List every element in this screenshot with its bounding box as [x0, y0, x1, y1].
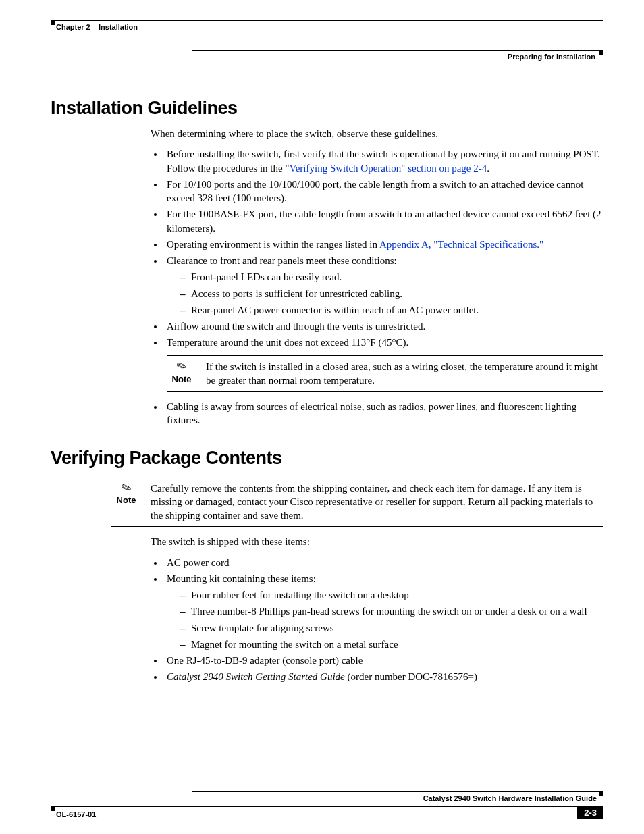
- header-section-right: Preparing for Installation: [192, 53, 595, 61]
- header-rule-top: [51, 20, 603, 21]
- chapter-line: Chapter 2 Installation: [56, 23, 603, 31]
- list-item: For the 100BASE-FX port, the cable lengt…: [164, 207, 603, 235]
- list-item: Mounting kit containing these items: Fou…: [164, 572, 603, 651]
- verify-sublist-mounting-kit: Four rubber feet for installing the swit…: [180, 588, 603, 651]
- list-item: Catalyst 2940 Switch Getting Started Gui…: [164, 670, 603, 683]
- guidelines-sublist-clearance: Front-panel LEDs can be easily read. Acc…: [180, 270, 603, 317]
- list-item: Airflow around the switch and through th…: [164, 319, 603, 333]
- text: Operating environment is within the rang…: [167, 239, 379, 250]
- link-appendix-a[interactable]: Appendix A, "Technical Specifications.": [379, 239, 543, 250]
- list-item: Access to ports is sufficient for unrest…: [180, 287, 603, 301]
- header-rule-sub: [192, 50, 603, 51]
- text: Mounting kit containing these items:: [167, 573, 316, 584]
- list-item: Three number-8 Phillips pan-head screws …: [180, 604, 603, 618]
- note-text: Carefully remove the contents from the s…: [151, 481, 603, 523]
- chapter-label: Chapter 2: [56, 23, 90, 31]
- list-item: Before installing the switch, first veri…: [164, 147, 603, 175]
- text: Temperature around the unit does not exc…: [167, 337, 408, 348]
- list-item: Front-panel LEDs can be easily read.: [180, 270, 603, 284]
- chapter-title: Installation: [99, 23, 138, 31]
- list-item: Magnet for mounting the switch on a meta…: [180, 637, 603, 651]
- list-item: AC power cord: [164, 556, 603, 569]
- list-item: Four rubber feet for installing the swit…: [180, 588, 603, 602]
- page-footer: Catalyst 2940 Switch Hardware Installati…: [51, 791, 603, 819]
- footer-doc-id: OL-6157-01: [56, 810, 96, 818]
- page-number-badge: 2-3: [577, 806, 603, 819]
- heading-installation-guidelines: Installation Guidelines: [51, 98, 603, 119]
- guidelines-intro: When determining where to place the swit…: [151, 127, 603, 140]
- list-item: Cabling is away from sources of electric…: [164, 400, 603, 427]
- text: Clearance to front and rear panels meet …: [167, 255, 397, 266]
- list-item: Rear-panel AC power connector is within …: [180, 303, 603, 317]
- footer-guide-name: Catalyst 2940 Switch Hardware Installati…: [192, 794, 597, 802]
- list-item: Clearance to front and rear panels meet …: [164, 254, 603, 317]
- list-item: Screw template for aligning screws: [180, 621, 603, 635]
- text: .: [487, 163, 489, 174]
- footer-rule-upper: [192, 791, 603, 792]
- list-item: Temperature around the unit does not exc…: [164, 336, 603, 392]
- footer-rule-lower: [51, 806, 603, 807]
- heading-verifying-package-contents: Verifying Package Contents: [51, 448, 603, 469]
- verify-list: AC power cord Mounting kit containing th…: [164, 556, 603, 684]
- verify-intro: The switch is shipped with these items:: [151, 535, 603, 548]
- list-item: One RJ-45-to-DB-9 adapter (console port)…: [164, 654, 603, 667]
- list-item: For 10/100 ports and the 10/100/1000 por…: [164, 178, 603, 205]
- guidelines-list: Before installing the switch, first veri…: [164, 147, 603, 427]
- note-package-contents: ✎ Note Carefully remove the contents fro…: [111, 477, 603, 527]
- note-text: If the switch is installed in a closed a…: [206, 360, 603, 388]
- list-item: Operating environment is within the rang…: [164, 238, 603, 251]
- text: (order number DOC-7816576=): [345, 671, 477, 682]
- link-verify-operation[interactable]: "Verifying Switch Operation" section on …: [285, 163, 487, 174]
- note-temperature: ✎ Note If the switch is installed in a c…: [167, 355, 603, 392]
- getting-started-guide-title: Catalyst 2940 Switch Getting Started Gui…: [167, 671, 345, 682]
